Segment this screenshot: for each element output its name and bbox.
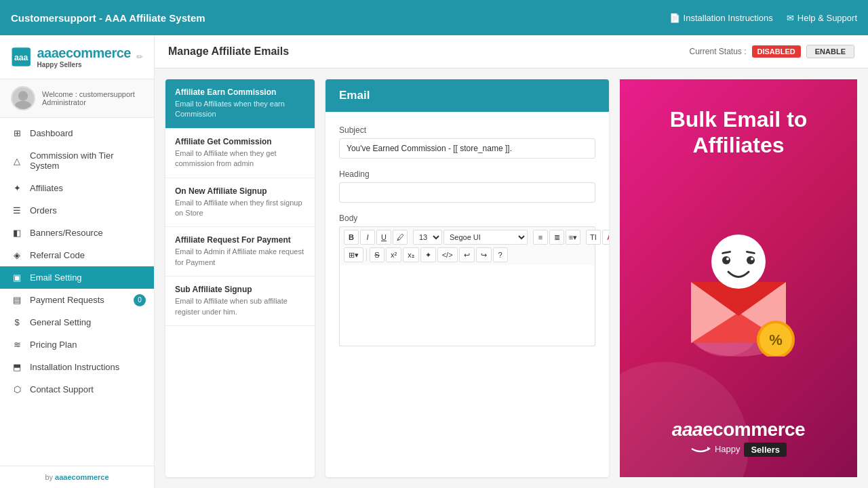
sidebar-item-banners[interactable]: ◧ Banners/Resource [0, 222, 154, 244]
undo-button[interactable]: ↩ [459, 247, 475, 262]
setting-icon: $ [11, 317, 23, 327]
email-item-get-commission[interactable]: Affiliate Get Commission Email to Affili… [165, 129, 315, 178]
toolbar-row-2: ⊞▾ S x² x₂ ✦ </> ↩ ↪ ? [344, 247, 591, 262]
email-item-sub-affiliate[interactable]: Sub Affiliate Signup Email to Affiliate … [165, 277, 315, 326]
redo-button[interactable]: ↪ [476, 247, 492, 262]
sidebar-item-payment-requests[interactable]: ▤ Payment Requests 0 [0, 289, 154, 311]
heading-input[interactable] [339, 182, 595, 203]
code-button[interactable]: </> [437, 247, 458, 262]
strikethrough-button[interactable]: S [370, 247, 384, 262]
email-form-title: Email [339, 89, 370, 102]
mascot-area: % [671, 221, 806, 357]
logo-icon: aaa [11, 43, 31, 70]
happy-text: Happy [715, 444, 741, 454]
font-family-select[interactable]: Segoe UI Arial Times New Roman [443, 230, 528, 245]
svg-point-14 [722, 256, 730, 264]
email-item-request-payment[interactable]: Affiliate Request For Payment Email to A… [165, 227, 315, 277]
help-button[interactable]: ? [493, 247, 508, 262]
sidebar-item-general-setting[interactable]: $ General Setting [0, 311, 154, 333]
body-group: Body B I U 🖊 13 10 [339, 214, 595, 346]
banner-icon: ◧ [11, 228, 23, 238]
header-left: Customersupport - AAA Affiliate System [11, 12, 205, 24]
logo-sub: Happy Sellers [37, 61, 131, 68]
email-item-new-signup[interactable]: On New Affiliate Signup Email to Affilia… [165, 178, 315, 228]
right-panel-title: Bulk Email to Affiliates [633, 106, 844, 159]
svg-point-2 [18, 91, 28, 100]
format-button[interactable]: 🖊 [393, 230, 408, 245]
svg-text:%: % [769, 331, 783, 348]
welcome-text: Welcome : customersupport [42, 90, 135, 98]
highlight-button[interactable]: A [602, 230, 609, 245]
payment-icon: ▤ [11, 295, 23, 305]
sidebar-item-install[interactable]: ⬒ Installation Instructions [0, 356, 154, 378]
page-title: Manage Affiliate Emails [168, 45, 289, 58]
tier-icon: △ [11, 156, 23, 166]
avatar [11, 86, 35, 110]
heading-label: Heading [339, 169, 595, 179]
sidebar-item-commission-tier[interactable]: △ Commission with Tier System [0, 144, 154, 177]
italic-button[interactable]: I [360, 230, 375, 245]
font-size-select[interactable]: 13 10 14 16 [413, 230, 442, 245]
sidebar-item-affiliates[interactable]: ✦ Affiliates [0, 177, 154, 199]
table-button[interactable]: ⊞▾ [344, 247, 363, 262]
doc-icon: 📄 [669, 13, 680, 23]
svg-rect-11 [711, 235, 766, 289]
number-list-button[interactable]: ≣ [549, 230, 564, 245]
page-header: Manage Affiliate Emails Current Status :… [155, 35, 868, 68]
subject-input[interactable] [339, 138, 595, 159]
sidebar-item-email-setting[interactable]: ▣ Email Setting [0, 266, 154, 289]
install-icon: ⬒ [11, 362, 23, 372]
superscript-button[interactable]: x² [386, 247, 401, 262]
sidebar-toggle-icon[interactable]: ✏ [136, 52, 143, 62]
toolbar-sep-4 [366, 249, 367, 261]
email-form-body: Subject Heading Body B I U [326, 112, 609, 371]
bullet-list-button[interactable]: ≡ [533, 230, 548, 245]
header-right: 📄 Installation Instructions ✉ Help & Sup… [669, 13, 857, 23]
special-char-button[interactable]: ✦ [420, 247, 436, 262]
dashboard-icon: ⊞ [11, 128, 23, 138]
logo-brand: aaaecommerce [37, 45, 131, 61]
editor-toolbar: B I U 🖊 13 10 14 16 [339, 226, 595, 265]
help-support-link[interactable]: ✉ Help & Support [787, 13, 857, 23]
svg-point-17 [751, 258, 753, 260]
email-icon: ▣ [11, 272, 23, 283]
editor-body[interactable] [339, 265, 595, 346]
status-label: Current Status : [689, 47, 746, 56]
email-form-header: Email [326, 79, 609, 112]
sidebar-item-contact-support[interactable]: ⬡ Contact Support [0, 378, 154, 401]
bold-button[interactable]: B [344, 230, 359, 245]
pricing-icon: ≋ [11, 340, 23, 350]
amazon-arrow-icon [690, 443, 711, 454]
user-info: Welcome : customersupport Administrator [42, 90, 135, 106]
enable-button[interactable]: ENABLE [806, 45, 854, 58]
svg-point-15 [747, 256, 755, 264]
content-area: Manage Affiliate Emails Current Status :… [155, 35, 868, 488]
footer-brand-link[interactable]: aaaecommerce [55, 473, 109, 481]
sidebar-item-orders[interactable]: ☰ Orders [0, 199, 154, 222]
install-instructions-link[interactable]: 📄 Installation Instructions [669, 13, 773, 23]
underline-button[interactable]: U [376, 230, 391, 245]
content-body: Affiliate Earn Commission Email to Affil… [155, 68, 868, 488]
payment-badge: 0 [134, 294, 146, 306]
svg-point-16 [726, 258, 729, 260]
orders-icon: ☰ [11, 205, 23, 216]
svg-marker-21 [707, 447, 711, 451]
toolbar-row-1: B I U 🖊 13 10 14 16 [344, 230, 591, 245]
sidebar-item-dashboard[interactable]: ⊞ Dashboard [0, 122, 154, 144]
subject-group: Subject [339, 125, 595, 159]
sidebar-item-pricing[interactable]: ≋ Pricing Plan [0, 333, 154, 356]
main-layout: aaa aaaecommerce Happy Sellers ✏ Welcome… [0, 35, 868, 488]
subscript-button[interactable]: x₂ [403, 247, 419, 262]
align-button[interactable]: ≡▾ [566, 230, 580, 245]
sellers-badge: Sellers [744, 443, 787, 457]
subject-label: Subject [339, 125, 595, 135]
email-item-earn-commission[interactable]: Affiliate Earn Commission Email to Affil… [165, 79, 315, 129]
sidebar: aaa aaaecommerce Happy Sellers ✏ Welcome… [0, 35, 155, 488]
email-mascot-svg: % [671, 221, 806, 357]
sidebar-logo: aaa aaaecommerce Happy Sellers ✏ [0, 35, 154, 79]
sidebar-item-referral[interactable]: ◈ Referral Code [0, 244, 154, 266]
right-panel-logo: aaaecommerce Happy Sellers [672, 419, 805, 457]
right-panel: Bulk Email to Affiliates [620, 79, 857, 477]
email-form-panel: Email Subject Heading Body [326, 79, 609, 477]
text-style-button[interactable]: TI [586, 230, 601, 245]
